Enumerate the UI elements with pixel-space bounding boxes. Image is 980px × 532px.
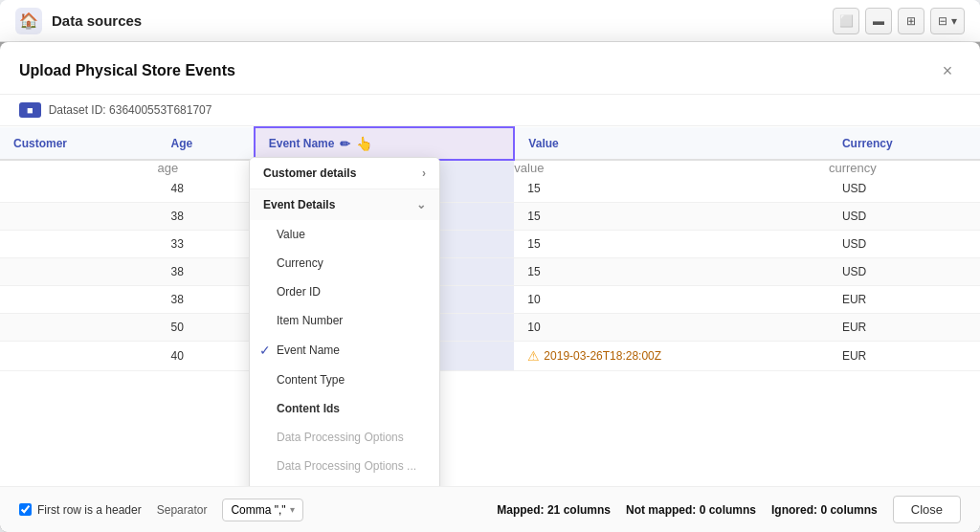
cell: USD xyxy=(829,203,980,231)
dropdown-section-event-details[interactable]: Event Details ⌄ xyxy=(250,189,439,220)
dropdown-item-data-proc-3[interactable]: Data Processing Options ... xyxy=(250,480,439,486)
view-btn-4[interactable]: ⊟ ▾ xyxy=(930,8,965,34)
data-table: Customer Age Event Name ✏ 👆 xyxy=(0,126,980,371)
warning-cell: ⚠ 2019-03-26T18:28:00Z xyxy=(527,348,815,364)
dropdown-item-event-name[interactable]: ✓ Event Name xyxy=(250,335,439,366)
checkmark-icon: ✓ xyxy=(259,343,271,358)
footer-left: First row is a header Separator Comma ",… xyxy=(19,499,303,521)
col-header-age[interactable]: Age xyxy=(158,127,255,160)
table-row: 50 Purchase 10 EUR xyxy=(0,314,980,342)
cell: 33 xyxy=(158,231,255,258)
cell: EUR xyxy=(829,314,980,342)
app-icon: 🏠 xyxy=(15,8,42,34)
cell: 48 xyxy=(158,175,255,203)
cell: USD xyxy=(829,231,980,258)
edit-icon: ✏ xyxy=(340,137,350,151)
cell: EUR xyxy=(829,286,980,314)
separator-label: Separator xyxy=(157,503,208,517)
table-row: 40 Purchase ⚠ 2019-03-26T18:28:00Z EUR xyxy=(0,342,980,371)
cell xyxy=(0,175,158,203)
chevron-down-icon: ⌄ xyxy=(416,198,426,211)
cell: 40 xyxy=(158,342,255,371)
dropdown-item-content-ids[interactable]: Content Ids xyxy=(250,394,439,423)
column-mapping-dropdown: Customer details › Event Details ⌄ Value xyxy=(249,157,440,486)
modal: Upload Physical Store Events × ■ Dataset… xyxy=(0,42,980,532)
subheader-customer xyxy=(0,160,158,175)
cell xyxy=(0,258,158,286)
cell xyxy=(0,314,158,342)
cell: 38 xyxy=(158,286,255,314)
subheader-value: value xyxy=(514,160,829,175)
table-row: 38 Purchase 10 EUR xyxy=(0,286,980,314)
cell: 15 xyxy=(514,258,829,286)
col-header-customer[interactable]: Customer xyxy=(0,127,158,160)
dropdown-item-value[interactable]: Value xyxy=(250,220,439,249)
cursor-icon: 👆 xyxy=(356,136,372,151)
mapped-stats: Mapped: 21 columns xyxy=(497,503,611,517)
separator-dropdown[interactable]: Comma "," ▾ xyxy=(222,499,302,521)
table-container: Customer Age Event Name ✏ 👆 xyxy=(0,126,980,486)
cell: 10 xyxy=(514,314,829,342)
dataset-id-text: Dataset ID: 636400553T681707 xyxy=(49,103,212,117)
cell: ⚠ 2019-03-26T18:28:00Z xyxy=(514,342,829,371)
first-row-header-checkbox[interactable]: First row is a header xyxy=(19,503,142,517)
cell: EUR xyxy=(829,342,980,371)
table-row: 38 Purchase 15 USD xyxy=(0,203,980,231)
modal-header: Upload Physical Store Events × xyxy=(0,42,980,95)
table-row: 48 Purchase 15 USD xyxy=(0,175,980,203)
dropdown-item-item-number[interactable]: Item Number xyxy=(250,306,439,335)
subheader-age: age xyxy=(158,160,255,175)
first-row-header-input[interactable] xyxy=(19,503,32,516)
dropdown-item-content-type[interactable]: Content Type xyxy=(250,366,439,394)
dropdown-item-data-proc-2[interactable]: Data Processing Options ... xyxy=(250,452,439,480)
cell xyxy=(0,231,158,258)
modal-overlay: Upload Physical Store Events × ■ Dataset… xyxy=(0,42,980,532)
dropdown-section-customer-details[interactable]: Customer details › xyxy=(250,158,439,188)
cell: 15 xyxy=(514,203,829,231)
cell: USD xyxy=(829,175,980,203)
cell: 15 xyxy=(514,231,829,258)
dropdown-item-order-id[interactable]: Order ID xyxy=(250,277,439,306)
warning-text: 2019-03-26T18:28:00Z xyxy=(544,349,661,363)
ignored-stats: Ignored: 0 columns xyxy=(771,503,878,517)
cell: USD xyxy=(829,258,980,286)
cell: 38 xyxy=(158,258,255,286)
view-btn-1[interactable]: ⬜ xyxy=(833,8,859,34)
modal-footer: First row is a header Separator Comma ",… xyxy=(0,486,980,532)
modal-body: ■ Dataset ID: 636400553T681707 Customer xyxy=(0,95,980,532)
cell xyxy=(0,342,158,371)
table-body: 48 Purchase 15 USD 38 Purchase 15 USD xyxy=(0,175,980,371)
cell xyxy=(0,203,158,231)
modal-title: Upload Physical Store Events xyxy=(19,62,934,79)
chevron-right-icon: › xyxy=(422,166,426,180)
cell xyxy=(0,286,158,314)
warning-icon: ⚠ xyxy=(527,348,540,364)
cell: 10 xyxy=(514,286,829,314)
cell: 15 xyxy=(514,175,829,203)
dropdown-item-currency[interactable]: Currency xyxy=(250,249,439,277)
view-btn-2[interactable]: ▬ xyxy=(865,8,892,34)
app-title: Data sources xyxy=(52,12,142,29)
modal-close-button[interactable]: × xyxy=(934,57,961,84)
cell: 50 xyxy=(158,314,255,342)
table-header-row: Customer Age Event Name ✏ 👆 xyxy=(0,127,980,160)
top-bar: 🏠 Data sources ⬜ ▬ ⊞ ⊟ ▾ xyxy=(0,0,980,42)
chevron-down-icon-separator: ▾ xyxy=(290,504,295,515)
subheader-currency: currency xyxy=(829,160,980,175)
table-row: 33 Purchase 15 USD xyxy=(0,231,980,258)
col-header-value[interactable]: Value xyxy=(514,127,829,160)
view-btn-3[interactable]: ⊞ xyxy=(898,8,924,34)
cell: 38 xyxy=(158,203,255,231)
footer-right: Mapped: 21 columns Not mapped: 0 columns… xyxy=(497,496,961,523)
dropdown-event-details-items: Value Currency Order ID Item Number xyxy=(250,220,439,486)
top-bar-actions: ⬜ ▬ ⊞ ⊟ ▾ xyxy=(833,8,965,34)
col-header-event-name[interactable]: Event Name ✏ 👆 xyxy=(255,127,515,160)
dataset-id-bar: ■ Dataset ID: 636400553T681707 xyxy=(0,95,980,126)
col-header-currency[interactable]: Currency xyxy=(829,127,980,160)
dropdown-item-data-proc-1[interactable]: Data Processing Options xyxy=(250,423,439,452)
dataset-badge: ■ xyxy=(19,102,41,118)
table-subheader-row: age event_name value currency xyxy=(0,160,980,175)
close-button[interactable]: Close xyxy=(893,496,961,523)
table-row: 38 Purchase 15 USD xyxy=(0,258,980,286)
not-mapped-stats: Not mapped: 0 columns xyxy=(626,503,756,517)
